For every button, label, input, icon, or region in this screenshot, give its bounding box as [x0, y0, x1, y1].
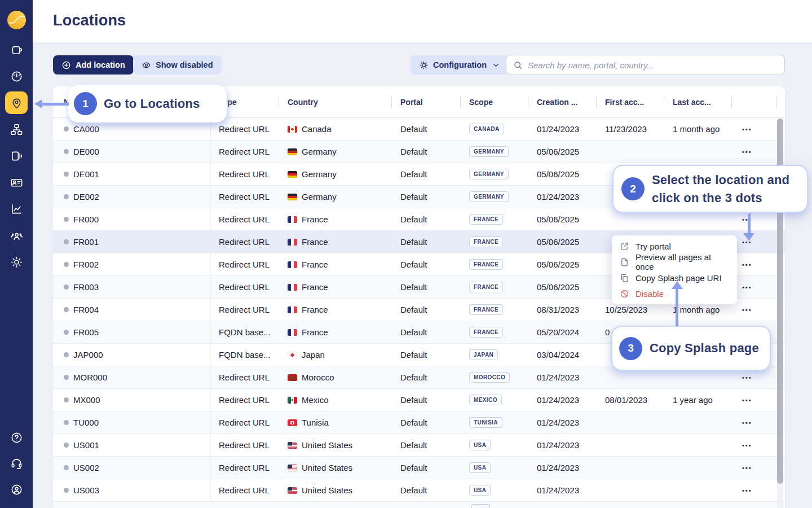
column-header-country[interactable]: Country — [279, 86, 391, 117]
creation-date: 05/06/2025 — [528, 231, 596, 253]
location-portal: Default — [391, 321, 460, 343]
creation-date: 01/24/2023 — [528, 457, 596, 479]
location-country: Germany — [302, 192, 337, 202]
location-country: France — [302, 282, 328, 292]
creation-date: 05/06/2025 — [528, 253, 596, 275]
location-type: Redirect URL — [211, 389, 279, 411]
scope-badge: USA — [469, 462, 491, 473]
location-country: United States — [302, 485, 352, 495]
partial-next-row — [53, 502, 785, 508]
creation-date: 01/24/2023 — [528, 366, 596, 388]
row-actions-button[interactable]: ••• — [742, 148, 752, 155]
add-location-button[interactable]: Add location — [53, 55, 134, 75]
country-flag — [288, 306, 297, 313]
country-flag — [288, 148, 297, 155]
location-country: Germany — [302, 169, 337, 179]
row-actions-button[interactable]: ••• — [742, 487, 752, 494]
show-disabled-button[interactable]: Show disabled — [133, 55, 222, 75]
users-icon — [10, 229, 23, 242]
location-country: France — [302, 260, 328, 269]
location-name: CA000 — [73, 124, 99, 134]
cloudifi-logo-icon[interactable] — [7, 10, 27, 30]
step-2-badge: 2 — [621, 177, 645, 200]
table-row[interactable]: US001 Redirect URL United States Default… — [53, 434, 785, 457]
status-dot — [64, 352, 69, 357]
menu-item-try-portal[interactable]: Try portal — [612, 238, 737, 254]
callout-3-text: Copy Splash page — [650, 341, 759, 356]
search-icon — [513, 60, 523, 70]
row-actions-button[interactable]: ••• — [742, 284, 752, 291]
scope-badge: FRANCE — [469, 327, 503, 338]
column-header-first-acc[interactable]: First acc... — [596, 86, 664, 117]
configuration-button[interactable]: Configuration — [411, 55, 509, 75]
table-row[interactable]: MX000 Redirect URL Mexico Default MEXICO… — [53, 389, 785, 411]
column-header-scope[interactable]: Scope — [460, 86, 528, 117]
column-header-creation[interactable]: Creation ... — [528, 86, 596, 117]
location-country: United States — [302, 463, 352, 472]
row-actions-button[interactable]: ••• — [742, 126, 752, 133]
scope-badge: USA — [469, 485, 491, 496]
sidebar-bottom — [0, 426, 33, 501]
location-portal: Default — [391, 163, 460, 185]
sidebar-item-chart[interactable] — [5, 198, 28, 220]
location-portal: Default — [391, 118, 460, 140]
search-input[interactable] — [528, 60, 778, 70]
status-dot — [64, 149, 69, 154]
location-name: FR000 — [73, 214, 99, 224]
table-row[interactable]: DE000 Redirect URL Germany Default GERMA… — [53, 141, 785, 163]
table-row[interactable]: TU000 Redirect URL Tunisia Default TUNIS… — [53, 411, 785, 434]
creation-date: 01/24/2023 — [528, 479, 596, 501]
chevron-down-icon — [491, 60, 501, 70]
file-icon — [620, 257, 629, 267]
sidebar-item-location-pin[interactable] — [5, 91, 28, 114]
table-row[interactable]: US002 Redirect URL United States Default… — [53, 457, 785, 479]
page-title: Locations — [53, 12, 126, 29]
location-portal: Default — [391, 366, 460, 388]
sidebar-item-headset[interactable] — [5, 452, 28, 475]
location-name: US001 — [73, 440, 99, 450]
copy-icon — [620, 273, 629, 283]
location-type: FQDN base... — [211, 321, 279, 343]
column-header-actions[interactable] — [731, 86, 785, 117]
row-actions-button[interactable]: ••• — [742, 419, 752, 426]
location-type: Redirect URL — [211, 457, 279, 479]
location-type: Redirect URL — [211, 299, 279, 321]
status-dot — [64, 465, 69, 470]
sidebar-item-gauge[interactable] — [5, 65, 28, 87]
country-flag — [288, 284, 297, 291]
location-pin-icon — [10, 97, 23, 110]
status-dot — [64, 284, 69, 290]
location-country: France — [302, 327, 328, 337]
status-dot — [64, 375, 69, 380]
row-actions-button[interactable]: ••• — [742, 374, 752, 381]
row-actions-button[interactable]: ••• — [742, 306, 752, 313]
location-country: Germany — [302, 147, 337, 156]
table-row[interactable]: US003 Redirect URL United States Default… — [53, 479, 785, 502]
sidebar-item-id-card[interactable] — [5, 171, 28, 194]
scope-badge: FRANCE — [469, 237, 503, 247]
sidebar-item-help[interactable] — [5, 426, 28, 449]
creation-date: 03/04/2024 — [528, 344, 596, 366]
sidebar-item-account[interactable] — [5, 478, 28, 501]
column-header-portal[interactable]: Portal — [391, 86, 460, 117]
location-name: MOR000 — [73, 373, 107, 382]
row-actions-button[interactable]: ••• — [742, 442, 752, 449]
location-country: Canada — [302, 124, 332, 134]
sidebar-item-users[interactable] — [5, 224, 28, 247]
menu-item-preview-all-pages-at-once[interactable]: Preview all pages at once — [612, 254, 737, 270]
sidebar-item-devices[interactable] — [5, 144, 28, 167]
sidebar-nav — [0, 38, 33, 273]
column-header-last-acc[interactable]: Last acc... — [664, 86, 731, 117]
guide-arrow-left-icon — [34, 99, 42, 108]
row-actions-button[interactable]: ••• — [742, 397, 752, 404]
location-portal: Default — [391, 253, 460, 275]
sidebar-item-cup[interactable] — [5, 38, 28, 61]
sidebar-item-sitemap[interactable] — [5, 118, 28, 141]
row-actions-button[interactable]: ••• — [742, 465, 752, 471]
creation-date: 08/31/2023 — [528, 299, 596, 321]
location-name: FR003 — [73, 282, 99, 292]
row-actions-button[interactable]: ••• — [742, 261, 752, 268]
location-name: TU000 — [73, 418, 99, 427]
scope-badge — [471, 504, 490, 508]
sidebar-item-gear[interactable] — [5, 251, 28, 273]
